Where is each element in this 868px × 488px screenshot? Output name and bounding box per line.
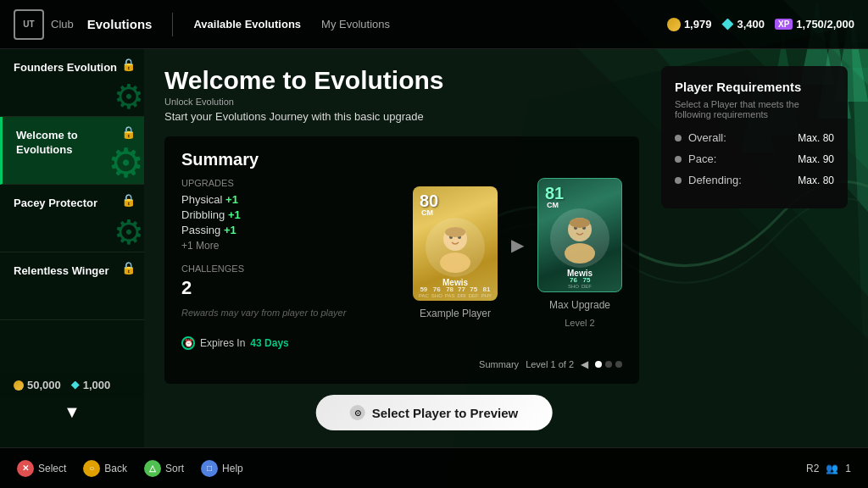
pagination-dot-2	[605, 361, 612, 368]
summary-body: Upgrades Physical +1 Dribbling +1 Passin…	[181, 178, 622, 328]
coins-display: 1,979	[667, 18, 712, 31]
nav-available-evolutions[interactable]: Available Evolutions	[193, 18, 301, 30]
max-player-image	[550, 208, 609, 268]
action-help: □ Help	[201, 460, 243, 477]
pagination-summary-label: Summary	[479, 359, 519, 369]
upgrade-arrow-icon: ▶	[511, 235, 524, 255]
sidebar-relentless-label: Relentless Winger	[14, 264, 131, 279]
pagination-prev-arrow[interactable]: ◀	[581, 358, 588, 370]
expires-days-value: 43 Days	[250, 337, 288, 349]
stat-dri: 77 DRI	[457, 286, 465, 298]
sidebar-coins-value: 50,000	[27, 379, 61, 391]
x-button-icon: ✕	[17, 460, 34, 477]
sidebar-coins: 50,000	[14, 379, 61, 391]
sidebar-item-founders[interactable]: Founders Evolution 🔒 ⚙	[0, 49, 144, 117]
pagination-dot-3	[615, 361, 622, 368]
max-upgrade-label: Max Upgrade	[549, 299, 610, 311]
sidebar-item-pacey[interactable]: Pacey Protector 🔒 ⚙	[0, 185, 144, 252]
evolutions-nav[interactable]: Evolutions	[87, 17, 153, 31]
select-player-button[interactable]: ⊙ Select Player to Preview	[316, 395, 553, 430]
max-upgrade-card: 81 CM Mewis	[537, 178, 622, 292]
example-player-label: Example Player	[420, 308, 491, 319]
pagination-dot-1	[595, 361, 602, 368]
svg-point-20	[570, 218, 590, 228]
nav-divider	[172, 13, 173, 36]
currency-display: 1,979 3,400 XP 1,750/2,000	[667, 18, 854, 31]
stat-def: 75 DEF	[469, 286, 479, 298]
select-btn-circle-icon: ⊙	[350, 405, 365, 420]
max-player-face-svg	[553, 211, 608, 266]
sidebar-diamonds-value: 1,000	[83, 379, 111, 391]
upgrades-label: Upgrades	[181, 178, 387, 188]
max-player-stats: 76 SHO 75 DEF	[538, 276, 621, 289]
example-player-image	[426, 218, 485, 277]
diamonds-display: 3,400	[721, 18, 765, 30]
xp-value: 1,750/2,000	[796, 18, 854, 30]
req-defending-label: Defending:	[688, 174, 742, 186]
max-upgrade-sublabel: Level 2	[565, 318, 594, 328]
xp-display: XP 1,750/2,000	[775, 18, 854, 30]
main-nav: Available Evolutions My Evolutions	[193, 18, 666, 30]
users-icon: 👥	[826, 463, 838, 474]
req-pace-label: Pace:	[688, 152, 716, 165]
action-back-label: Back	[104, 463, 127, 474]
welcome-lock-icon: 🔒	[121, 125, 136, 139]
pacey-dna-icon: ⚙	[114, 213, 144, 252]
stat-sho: 76 SHO	[431, 286, 442, 298]
summary-pagination: Summary Level 1 of 2 ◀	[181, 358, 622, 370]
upgrade-dribbling-bonus: +1	[228, 208, 241, 221]
founders-lock-icon: 🔒	[121, 58, 136, 71]
stat-pas: 78 PAS	[445, 286, 455, 298]
action-select-label: Select	[38, 463, 66, 474]
expires-label: Expires In	[200, 337, 245, 349]
max-stat-def: 75 DEF	[581, 276, 592, 289]
relentless-lock-icon: 🔒	[121, 261, 136, 274]
stat-pac: 59 PAC	[419, 286, 429, 298]
sidebar-diamonds: 1,000	[71, 379, 111, 391]
req-overall-dot	[675, 135, 682, 141]
nav-my-evolutions[interactable]: My Evolutions	[321, 18, 390, 30]
upgrade-physical: Physical +1	[181, 193, 387, 206]
action-select: ✕ Select	[17, 460, 66, 477]
upgrade-passing-bonus: +1	[224, 224, 236, 236]
req-defending: Defending: Max. 80	[675, 174, 834, 186]
max-position: CM	[547, 201, 559, 209]
sidebar-founders-label: Founders Evolution	[14, 61, 131, 75]
req-pace-value: Max. 90	[798, 153, 834, 165]
club-nav[interactable]: Club	[51, 18, 74, 30]
max-stat-sho: 76 SHO	[568, 276, 579, 289]
select-player-label: Select Player to Preview	[372, 406, 519, 420]
req-defending-dot	[675, 177, 682, 184]
upgrade-physical-label: Physical	[181, 193, 222, 206]
sidebar: Founders Evolution 🔒 ⚙ Welcome to Evolut…	[0, 49, 144, 447]
upgrade-passing-label: Passing	[181, 224, 220, 236]
example-player-stats: 59 PAC 76 SHO 78 PAS	[413, 286, 498, 298]
req-overall: Overall: Max. 80	[675, 131, 834, 144]
challenges-number: 2	[181, 277, 387, 299]
action-sort: △ Sort	[144, 460, 184, 477]
sidebar-scroll-down[interactable]: ▼	[64, 402, 81, 422]
coin-icon	[667, 18, 681, 31]
rewards-note: Rewards may vary from player to player	[181, 308, 387, 318]
diamonds-value: 3,400	[737, 18, 765, 30]
action-help-label: Help	[222, 463, 243, 474]
sidebar-diamond-icon	[71, 381, 80, 390]
example-position: CM	[421, 208, 433, 217]
action-sort-label: Sort	[165, 463, 184, 474]
summary-left: Upgrades Physical +1 Dribbling +1 Passin…	[181, 178, 387, 328]
requirements-description: Select a Player that meets the following…	[675, 99, 834, 119]
sidebar-costs: 50,000 1,000	[0, 372, 144, 398]
req-overall-label: Overall:	[688, 131, 726, 144]
sidebar-item-welcome[interactable]: Welcome to Evolutions 🔒 ⚙	[0, 117, 144, 185]
upgrade-physical-bonus: +1	[225, 193, 238, 206]
topbar: UT Club Evolutions Available Evolutions …	[0, 0, 868, 49]
ut-logo: UT	[14, 9, 44, 40]
action-back: ○ Back	[83, 460, 127, 477]
more-upgrades-label: +1 More	[181, 240, 387, 252]
bottom-right: R2 👥 1	[806, 463, 851, 474]
upgrade-dribbling-label: Dribbling	[181, 208, 225, 221]
player-face-svg	[428, 220, 483, 275]
pacey-lock-icon: 🔒	[121, 193, 136, 207]
sidebar-item-relentless[interactable]: Relentless Winger 🔒	[0, 252, 144, 320]
upgrade-dribbling: Dribbling +1	[181, 208, 387, 221]
